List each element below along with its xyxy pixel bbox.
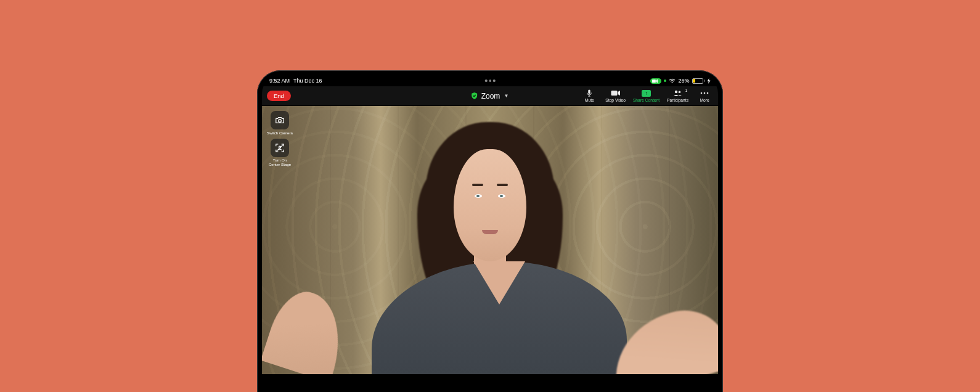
privacy-dot-icon — [664, 80, 666, 82]
center-stage-label-2: Center Stage — [269, 162, 291, 166]
app-title: Zoom — [481, 92, 500, 100]
svg-rect-3 — [611, 91, 617, 96]
svg-point-8 — [707, 92, 709, 94]
zoom-toolbar: End Zoom ▼ Mute — [262, 86, 718, 106]
shield-icon — [472, 92, 478, 99]
svg-rect-2 — [589, 89, 590, 94]
more-icon — [700, 89, 709, 97]
microphone-icon — [584, 89, 594, 97]
ipad-device-frame: 9:52 AM Thu Dec 16 26% — [257, 70, 723, 392]
video-icon — [611, 89, 621, 97]
switch-camera-label: Switch Camera — [267, 131, 293, 135]
meeting-title-block[interactable]: Zoom ▼ — [472, 92, 509, 100]
chevron-down-icon: ▼ — [504, 93, 508, 99]
svg-point-7 — [704, 92, 706, 94]
share-content-button[interactable]: ↑ Share Content — [633, 89, 659, 102]
video-icon — [652, 79, 658, 83]
svg-rect-0 — [652, 80, 656, 83]
stop-video-label: Stop Video — [605, 98, 626, 102]
svg-point-1 — [672, 81, 673, 83]
more-button[interactable]: More — [696, 89, 713, 102]
camera-active-pill[interactable] — [650, 78, 661, 84]
participants-button[interactable]: 1 Participants — [667, 89, 688, 102]
svg-point-9 — [279, 120, 282, 123]
video-side-buttons: Switch Camera Turn On Center Stage — [267, 111, 293, 167]
svg-point-5 — [678, 91, 680, 93]
end-button[interactable]: End — [267, 91, 291, 101]
participants-icon — [673, 89, 683, 97]
wifi-icon — [669, 78, 676, 84]
participants-count: 1 — [685, 89, 687, 92]
mute-button[interactable]: Mute — [581, 89, 598, 102]
stop-video-button[interactable]: Stop Video — [605, 89, 626, 102]
switch-camera-button[interactable]: Switch Camera — [267, 111, 293, 135]
status-left: 9:52 AM Thu Dec 16 — [269, 78, 322, 84]
center-stage-icon — [275, 143, 285, 153]
status-date: Thu Dec 16 — [293, 78, 322, 84]
svg-point-4 — [674, 91, 677, 93]
self-video-feed — [262, 106, 718, 374]
center-stage-button[interactable]: Turn On Center Stage — [267, 139, 293, 167]
battery-icon — [692, 78, 705, 84]
mute-label: Mute — [585, 98, 594, 102]
status-right: 26% — [650, 78, 711, 84]
battery-percent: 26% — [678, 78, 689, 84]
status-bar: 9:52 AM Thu Dec 16 26% — [262, 75, 718, 86]
video-area: Switch Camera Turn On Center Stage — [262, 106, 718, 392]
toolbar-controls: Mute Stop Video ↑ Share Content — [581, 89, 713, 102]
multitask-dots[interactable] — [485, 80, 496, 82]
svg-line-11 — [277, 145, 284, 152]
ipad-screen: 9:52 AM Thu Dec 16 26% — [262, 75, 718, 392]
camera-icon — [275, 115, 285, 125]
more-label: More — [700, 98, 709, 102]
status-time: 9:52 AM — [269, 78, 290, 84]
charging-icon — [707, 78, 711, 84]
share-up-icon: ↑ — [642, 90, 651, 97]
svg-point-6 — [701, 92, 703, 94]
participants-label: Participants — [667, 98, 688, 102]
share-content-label: Share Content — [633, 98, 659, 102]
